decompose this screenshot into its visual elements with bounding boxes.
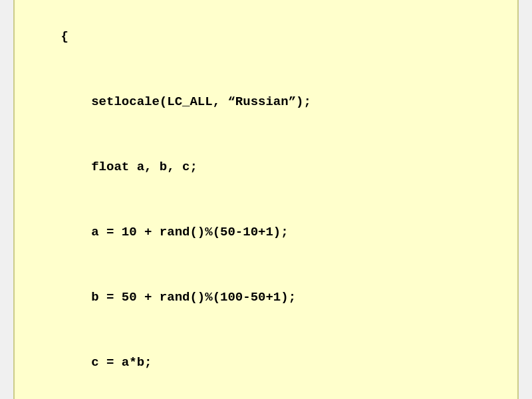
setlocale-call: setlocale(LC_ALL, “Russian”);: [61, 94, 311, 109]
code-block: #include <iostream> #include <cstdlib> u…: [13, 0, 519, 399]
b-assign: b = 50 + rand()%(100-50+1);: [61, 290, 296, 305]
code-line-9: b = 50 + rand()%(100-50+1);: [31, 265, 501, 330]
code-line-6: setlocale(LC_ALL, “Russian”);: [31, 69, 501, 134]
code-line-11: cout << «Результат= » << c << endl;: [31, 395, 501, 399]
a-assign: a = 10 + rand()%(50-10+1);: [61, 225, 289, 239]
float-decl: float a, b, c;: [61, 160, 198, 174]
code-line-5: {: [31, 4, 501, 69]
code-line-10: c = a*b;: [31, 330, 501, 395]
code-line-8: a = 10 + rand()%(50-10+1);: [31, 200, 501, 265]
open-brace: {: [61, 29, 68, 44]
c-assign: c = a*b;: [61, 355, 152, 370]
code-line-7: float a, b, c;: [31, 134, 501, 200]
